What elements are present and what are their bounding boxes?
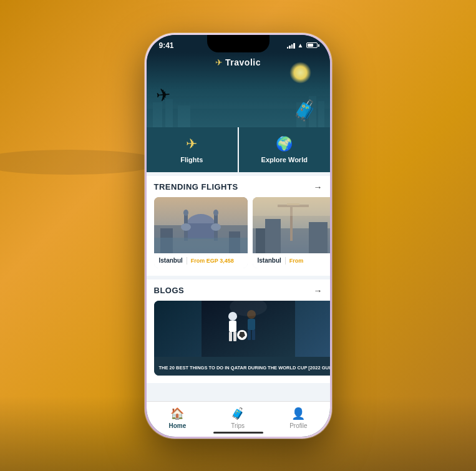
- blogs-title: BLOGS: [154, 286, 185, 295]
- home-indicator: [213, 432, 263, 434]
- svg-rect-23: [154, 238, 248, 253]
- svg-rect-5: [153, 102, 162, 127]
- svg-rect-38: [233, 332, 236, 341]
- blogs-header: BLOGS →: [147, 279, 330, 301]
- signal-icon: [287, 42, 295, 49]
- svg-rect-10: [318, 101, 324, 127]
- card-price-2: From: [289, 258, 304, 264]
- trending-cards-scroll: Istanbul From EGP 3,458: [147, 197, 330, 276]
- svg-rect-6: [165, 99, 173, 127]
- svg-point-16: [183, 210, 188, 216]
- flight-card-2[interactable]: Istanbul From: [253, 197, 330, 268]
- construction-scene-svg: [253, 197, 330, 253]
- mosque-scene-svg: [154, 197, 248, 253]
- app-logo: ✈ Travolic: [215, 57, 261, 67]
- svg-rect-7: [178, 105, 190, 127]
- battery-icon: [306, 42, 318, 48]
- card-city-2: Istanbul: [258, 257, 281, 264]
- svg-rect-40: [248, 319, 255, 330]
- svg-rect-29: [265, 219, 281, 253]
- trending-header: TRENDING FLIGHTS →: [147, 176, 330, 197]
- flight-card[interactable]: Istanbul From EGP 3,458: [154, 197, 248, 268]
- trending-arrow[interactable]: →: [314, 182, 323, 192]
- blog-text-1: THE 20 BEST THINGS TO DO IN QATAR DURING…: [154, 357, 330, 376]
- blogs-section: BLOGS →: [147, 279, 330, 383]
- svg-point-20: [211, 223, 221, 231]
- card-image-2: [253, 197, 330, 253]
- quick-actions-bar: ✈ Flights 🌍 Explore World: [147, 127, 330, 172]
- explore-label: Explore World: [261, 156, 308, 163]
- trending-flights-section: TRENDING FLIGHTS →: [147, 176, 330, 276]
- svg-rect-8: [296, 102, 306, 127]
- svg-rect-37: [229, 332, 232, 341]
- svg-rect-14: [187, 223, 215, 239]
- card-footer-1: Istanbul From EGP 3,458: [154, 253, 248, 268]
- svg-rect-30: [309, 222, 328, 253]
- status-time: 9:41: [159, 41, 174, 50]
- status-icons: ▲: [287, 42, 318, 49]
- flights-label: Flights: [180, 156, 203, 163]
- logo-text: Travolic: [225, 57, 261, 67]
- blog-title-1: THE 20 BEST THINGS TO DO IN QATAR DURING…: [159, 365, 330, 371]
- blog-soccer-svg-1: [202, 301, 295, 357]
- flights-icon: ✈: [186, 136, 197, 152]
- card-price-1: From EGP 3,458: [191, 258, 234, 264]
- wifi-icon: ▲: [298, 42, 304, 49]
- blogs-arrow[interactable]: →: [314, 286, 323, 296]
- phone-frame: 9:41 ▲ ✈ Travolic ✈: [145, 33, 332, 439]
- trips-nav-icon: 🧳: [231, 407, 245, 420]
- home-nav-icon: 🏠: [170, 407, 184, 420]
- phone-screen: 9:41 ▲ ✈ Travolic ✈: [147, 35, 330, 437]
- card-city-1: Istanbul: [159, 257, 183, 264]
- svg-point-18: [213, 210, 218, 216]
- nav-trips[interactable]: 🧳 Trips: [221, 407, 255, 429]
- trending-title: TRENDING FLIGHTS: [154, 182, 238, 192]
- explore-world-button[interactable]: 🌍 Explore World: [239, 127, 330, 172]
- blog-cards-scroll: THE 20 BEST THINGS TO DO IN QATAR DURING…: [147, 301, 330, 383]
- nav-home[interactable]: 🏠 Home: [158, 407, 196, 429]
- blog-card-1[interactable]: THE 20 BEST THINGS TO DO IN QATAR DURING…: [154, 301, 330, 376]
- svg-rect-42: [252, 330, 255, 340]
- svg-rect-9: [309, 96, 316, 127]
- trips-nav-label: Trips: [231, 422, 245, 429]
- logo-icon: ✈: [215, 57, 223, 67]
- home-nav-label: Home: [168, 422, 186, 429]
- sun-glow: [289, 62, 311, 84]
- card-image-1: [154, 197, 248, 253]
- header-cityscape: [147, 90, 330, 127]
- phone-notch: [207, 35, 270, 52]
- profile-nav-label: Profile: [289, 422, 307, 429]
- card-footer-2: Istanbul From: [253, 253, 330, 268]
- svg-rect-33: [253, 197, 330, 216]
- flights-button[interactable]: ✈ Flights: [147, 127, 238, 172]
- explore-icon: 🌍: [276, 136, 293, 152]
- nav-profile[interactable]: 👤 Profile: [279, 407, 317, 429]
- app-header: ✈ Travolic ✈ 🧳: [147, 52, 330, 127]
- profile-nav-icon: 👤: [291, 407, 305, 420]
- main-content: ✈ Flights 🌍 Explore World TRENDING FLIGH…: [147, 127, 330, 401]
- svg-rect-31: [256, 228, 265, 253]
- svg-rect-36: [229, 321, 236, 332]
- svg-rect-41: [248, 330, 251, 340]
- blog-image-1: [154, 301, 330, 357]
- svg-point-19: [181, 223, 191, 231]
